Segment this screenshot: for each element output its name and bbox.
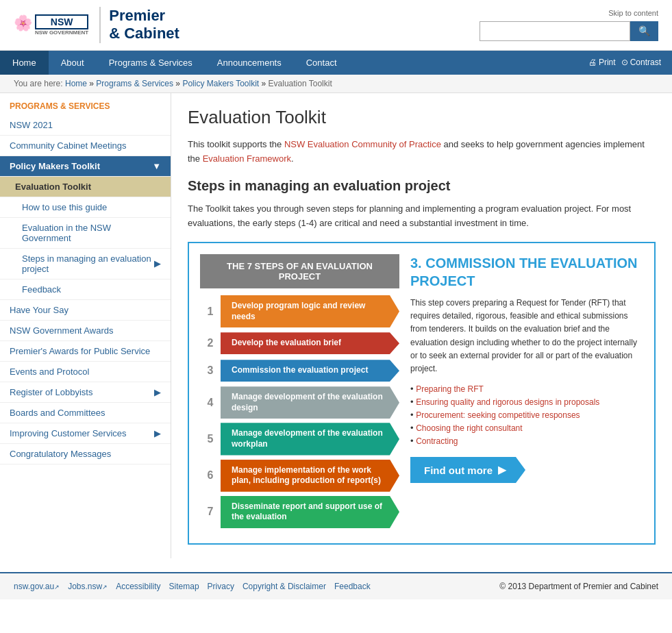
search-button[interactable]: 🔍 xyxy=(630,21,658,41)
sidebar-item-policy-makers[interactable]: Policy Makers Toolkit ▼ xyxy=(0,156,171,177)
flower-icon: 🌸 xyxy=(14,14,32,32)
breadcrumb-prefix: You are here: xyxy=(14,79,63,88)
footer-privacy[interactable]: Privacy xyxy=(208,582,234,591)
rft-link[interactable]: Preparing the RFT xyxy=(416,384,484,394)
step-1-item[interactable]: 1 Develop program logic and review needs xyxy=(200,295,399,327)
step-3-num: 3 xyxy=(200,359,221,382)
nav-contact[interactable]: Contact xyxy=(294,51,349,75)
step-5-num: 5 xyxy=(200,427,221,451)
sidebar-item-evaluation-toolkit[interactable]: Evaluation Toolkit xyxy=(0,177,171,197)
steps-desc: The Toolkit takes you through seven step… xyxy=(188,202,656,231)
quality-link[interactable]: Ensuring quality and rigorous designs in… xyxy=(416,397,599,407)
commission-title: 3. COMMISSION THE EVALUATION PROJECT xyxy=(410,254,643,290)
step-2-label: Develop the evaluation brief xyxy=(221,332,399,354)
nav-announcements[interactable]: Announcements xyxy=(205,51,294,75)
nsw-logo: 🌸 NSW NSW GOVERNMENT xyxy=(14,14,88,36)
intro-text: This toolkit supports the NSW Evaluation… xyxy=(188,138,656,166)
breadcrumb-home[interactable]: Home xyxy=(65,79,87,88)
main-nav: Home About Programs & Services Announcem… xyxy=(0,51,672,75)
step-5-item[interactable]: 5 Manage development of the evaluation w… xyxy=(200,423,399,455)
footer-copyright: © 2013 Department of Premier and Cabinet xyxy=(499,582,658,591)
nav-home[interactable]: Home xyxy=(0,51,49,75)
skip-to-content-link[interactable]: Skip to content xyxy=(608,9,658,17)
find-out-more-label: Find out more xyxy=(424,464,493,476)
sidebar-item-events[interactable]: Events and Protocol xyxy=(0,362,171,382)
breadcrumb-toolkit[interactable]: Policy Makers Toolkit xyxy=(182,79,259,88)
footer-nsw-gov[interactable]: nsw.gov.au xyxy=(14,582,60,591)
commission-link-5: Contracting xyxy=(410,436,643,446)
step-7-num: 7 xyxy=(200,500,221,523)
footer: nsw.gov.au Jobs.nsw Accessibility Sitema… xyxy=(0,572,672,599)
step-1-label: Develop program logic and review needs xyxy=(221,295,399,327)
logo-area: 🌸 NSW NSW GOVERNMENT Premier & Cabinet xyxy=(14,7,179,43)
step-5-label: Manage development of the evaluation wor… xyxy=(221,423,399,455)
footer-accessibility[interactable]: Accessibility xyxy=(116,582,160,591)
content-area: PROGRAMS & SERVICES NSW 2021 Community C… xyxy=(0,93,672,558)
footer-copyright-link[interactable]: Copyright & Disclaimer xyxy=(242,582,326,591)
contrast-link[interactable]: ⊙ Contrast xyxy=(621,58,661,67)
search-input[interactable] xyxy=(480,21,630,41)
steps-heading: Steps in managing an evaluation project xyxy=(188,178,656,194)
nav-items: Home About Programs & Services Announcem… xyxy=(0,51,349,75)
breadcrumb-current: Evaluation Toolkit xyxy=(269,79,332,88)
sidebar-section-title: PROGRAMS & SERVICES xyxy=(0,93,171,115)
sidebar-item-improving[interactable]: Improving Customer Services ▶ xyxy=(0,423,171,444)
nsw-eval-link[interactable]: NSW Evaluation Community of Practice xyxy=(284,139,441,149)
main-content: Evaluation Toolkit This toolkit supports… xyxy=(171,93,672,558)
nsw-text: NSW xyxy=(35,14,88,29)
header: 🌸 NSW NSW GOVERNMENT Premier & Cabinet S… xyxy=(0,0,672,51)
step-7-label: Disseminate report and support use of th… xyxy=(221,496,399,528)
govt-text: NSW GOVERNMENT xyxy=(35,29,88,36)
step-7-item[interactable]: 7 Disseminate report and support use of … xyxy=(200,496,399,528)
page-title: Evaluation Toolkit xyxy=(188,107,656,128)
sidebar-item-congratulatory[interactable]: Congratulatory Messages xyxy=(0,444,171,464)
step-1-num: 1 xyxy=(200,300,221,323)
steps-header: THE 7 STEPS OF AN EVALUATION PROJECT xyxy=(200,254,399,288)
nav-programs[interactable]: Programs & Services xyxy=(97,51,205,75)
print-link[interactable]: 🖨 Print xyxy=(588,58,616,67)
step-4-num: 4 xyxy=(200,391,221,414)
contracting-link[interactable]: Contracting xyxy=(416,436,458,446)
step-2-num: 2 xyxy=(200,332,221,355)
sidebar-item-have-your-say[interactable]: Have Your Say xyxy=(0,300,171,321)
step-6-item[interactable]: 6 Manage implementation of the work plan… xyxy=(200,460,399,492)
nav-about[interactable]: About xyxy=(49,51,97,75)
search-area: 🔍 xyxy=(480,21,658,41)
eval-framework-link[interactable]: Evaluation Framework xyxy=(203,153,291,164)
commission-link-3: Procurement: seeking competitive respons… xyxy=(410,410,643,420)
sidebar-item-feedback[interactable]: Feedback xyxy=(0,280,171,300)
steps-right: 3. COMMISSION THE EVALUATION PROJECT Thi… xyxy=(410,254,643,532)
sidebar-item-steps[interactable]: Steps in managing an evaluation project … xyxy=(0,249,171,280)
find-out-arrow-icon: ▶ xyxy=(498,464,506,476)
consultant-link[interactable]: Choosing the right consultant xyxy=(416,423,522,433)
step-4-label: Manage development of the evaluation des… xyxy=(221,386,399,419)
footer-feedback[interactable]: Feedback xyxy=(334,582,371,591)
footer-sitemap[interactable]: Sitemap xyxy=(169,582,199,591)
nav-utilities: 🖨 Print ⊙ Contrast xyxy=(588,58,672,67)
commission-desc: This step covers preparing a Request for… xyxy=(410,297,643,375)
commission-links: Preparing the RFT Ensuring quality and r… xyxy=(410,384,643,446)
step-3-item[interactable]: 3 Commission the evaluation project xyxy=(200,359,399,382)
header-right: Skip to content 🔍 xyxy=(480,9,658,41)
footer-jobs[interactable]: Jobs.nsw xyxy=(68,582,108,591)
sidebar-item-evaluation-nsw[interactable]: Evaluation in the NSW Government xyxy=(0,218,171,249)
breadcrumb-programs[interactable]: Programs & Services xyxy=(96,79,173,88)
sidebar-item-premiers-awards[interactable]: Premier's Awards for Public Service xyxy=(0,341,171,362)
sidebar-item-how-to-use[interactable]: How to use this guide xyxy=(0,197,171,218)
procurement-link[interactable]: Procurement: seeking competitive respons… xyxy=(416,410,580,420)
commission-link-1: Preparing the RFT xyxy=(410,384,643,394)
sidebar-item-boards[interactable]: Boards and Committees xyxy=(0,403,171,423)
find-out-more-button[interactable]: Find out more ▶ xyxy=(410,457,525,483)
step-6-label: Manage implementation of the work plan, … xyxy=(221,460,399,492)
sidebar-item-nsw2021[interactable]: NSW 2021 xyxy=(0,115,171,136)
sidebar: PROGRAMS & SERVICES NSW 2021 Community C… xyxy=(0,93,171,558)
steps-container: THE 7 STEPS OF AN EVALUATION PROJECT 1 D… xyxy=(188,242,656,545)
footer-links: nsw.gov.au Jobs.nsw Accessibility Sitema… xyxy=(14,582,371,591)
step-2-item[interactable]: 2 Develop the evaluation brief xyxy=(200,332,399,355)
step-4-item[interactable]: 4 Manage development of the evaluation d… xyxy=(200,386,399,419)
sidebar-item-nsw-awards[interactable]: NSW Government Awards xyxy=(0,321,171,341)
commission-link-4: Choosing the right consultant xyxy=(410,423,643,433)
steps-left: THE 7 STEPS OF AN EVALUATION PROJECT 1 D… xyxy=(200,254,399,532)
sidebar-item-lobbyists[interactable]: Register of Lobbyists ▶ xyxy=(0,382,171,403)
sidebar-item-community[interactable]: Community Cabinet Meetings xyxy=(0,136,171,156)
